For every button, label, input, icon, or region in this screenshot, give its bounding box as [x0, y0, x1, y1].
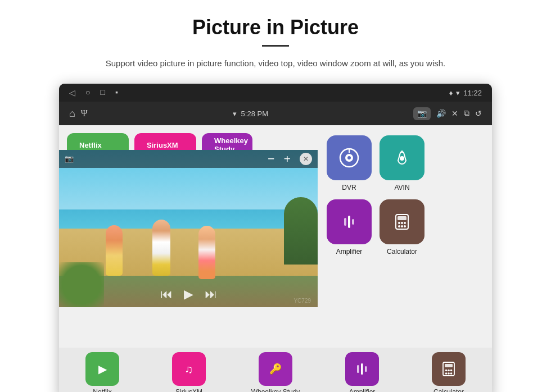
svg-point-15 — [401, 225, 403, 227]
window-icon[interactable]: ⧉ — [464, 109, 469, 118]
svg-rect-8 — [352, 219, 354, 225]
svg-rect-6 — [344, 218, 346, 226]
toolbar-home-icon[interactable]: ⌂ — [69, 108, 75, 120]
bottom-netflix-label: Netflix — [93, 388, 111, 392]
svg-rect-7 — [348, 216, 350, 228]
bottom-amplifier-label: Amplifier — [349, 388, 376, 392]
bottom-wheelkey[interactable]: 🔑 Wheelkey Study — [232, 352, 319, 392]
svg-rect-21 — [445, 364, 453, 367]
svg-point-25 — [445, 372, 448, 375]
pip-plus-btn[interactable]: + — [283, 152, 291, 166]
pip-close-btn[interactable]: ✕ — [300, 153, 312, 165]
svg-rect-10 — [398, 216, 407, 220]
bottom-siriusxm[interactable]: ♫ SiriusXM — [146, 352, 232, 392]
app-toolbar: ⌂ Ψ ▾ 5:28 PM 📷 🔊 ✕ ⧉ ↺ — [59, 102, 492, 125]
pip-camera-icon: 📷 — [65, 154, 74, 163]
toolbar-right: 📷 🔊 ✕ ⧉ ↺ — [413, 107, 482, 120]
wifi-signal-icon: ▾ — [456, 89, 460, 97]
close-icon[interactable]: ✕ — [451, 109, 458, 118]
svg-rect-17 — [357, 365, 359, 373]
back-nav-icon[interactable]: ◁ — [69, 88, 75, 98]
svg-point-23 — [448, 370, 450, 372]
bottom-calculator-icon — [432, 352, 466, 386]
amplifier-icon — [327, 199, 372, 244]
amplifier-label: Amplifier — [336, 248, 363, 256]
status-time: 11:22 — [463, 89, 482, 97]
app-row-1: DVR AVIN — [327, 135, 483, 192]
device-frame: ◁ ○ □ ▪ ♦ ▾ 11:22 ⌂ Ψ ▾ 5:28 PM 📷 — [59, 84, 492, 392]
toolbar-usb-icon: Ψ — [81, 108, 88, 118]
page-subtitle: Support video picture in picture functio… — [106, 57, 445, 70]
toolbar-center: ▾ 5:28 PM — [233, 110, 268, 118]
pip-overlay-bar: 📷 − + ✕ — [59, 150, 318, 168]
toolbar-left: ⌂ Ψ — [69, 108, 88, 120]
pip-prev-btn[interactable]: ⏮ — [160, 287, 173, 302]
page-title: Picture in Picture — [192, 16, 359, 39]
bottom-amplifier[interactable]: Amplifier — [319, 352, 405, 392]
calculator-icon — [380, 199, 424, 244]
back-icon[interactable]: ↺ — [475, 109, 482, 118]
bottom-netflix[interactable]: ▶ Netflix — [59, 352, 146, 392]
svg-point-4 — [400, 156, 404, 161]
svg-point-11 — [398, 222, 400, 224]
recents-nav-icon[interactable]: □ — [100, 88, 105, 97]
bottom-amplifier-icon — [345, 352, 379, 386]
menu-nav-icon[interactable]: ▪ — [115, 88, 118, 97]
svg-rect-18 — [361, 363, 363, 375]
app-amplifier[interactable]: Amplifier — [327, 199, 372, 256]
dvr-label: DVR — [342, 184, 356, 192]
pip-container: Netflix SiriusXM Wheelkey Study — [59, 125, 318, 348]
svg-point-12 — [401, 222, 403, 224]
svg-point-22 — [445, 370, 448, 372]
svg-rect-19 — [365, 366, 367, 372]
pip-playback: ⏮ ▶ ⏭ — [59, 287, 318, 302]
svg-point-27 — [450, 372, 453, 375]
calculator-label: Calculator — [387, 248, 417, 256]
bottom-calculator[interactable]: Calculator — [405, 352, 492, 392]
avin-icon — [380, 135, 424, 180]
main-content: Netflix SiriusXM Wheelkey Study — [59, 125, 492, 348]
pip-play-btn[interactable]: ▶ — [184, 287, 193, 302]
app-dvr[interactable]: DVR — [327, 135, 372, 192]
avin-label: AVIN — [394, 184, 409, 192]
volume-icon[interactable]: 🔊 — [436, 109, 446, 118]
pip-window: 📷 − + ✕ ⏮ ▶ ⏭ YC729 — [59, 150, 318, 307]
svg-point-16 — [404, 225, 406, 227]
svg-point-2 — [347, 156, 351, 159]
bottom-labels: ▶ Netflix ♫ SiriusXM 🔑 Wheelkey Study — [59, 348, 492, 392]
svg-point-24 — [450, 370, 453, 372]
toolbar-time: 5:28 PM — [241, 110, 268, 118]
svg-point-13 — [404, 222, 406, 224]
app-calculator[interactable]: Calculator — [380, 199, 424, 256]
home-nav-icon[interactable]: ○ — [85, 88, 90, 97]
bottom-netflix-icon: ▶ — [85, 352, 119, 386]
toolbar-wifi-icon: ▾ — [233, 110, 237, 118]
svg-point-14 — [398, 225, 400, 227]
camera-button[interactable]: 📷 — [413, 107, 431, 120]
pip-minus-btn[interactable]: − — [268, 152, 275, 166]
status-bar-right: ♦ ▾ 11:22 — [449, 89, 482, 97]
apps-area: DVR AVIN — [318, 125, 492, 348]
svg-point-26 — [448, 372, 450, 375]
bottom-calculator-label: Calculator — [433, 388, 464, 392]
pip-next-btn[interactable]: ⏭ — [205, 287, 217, 302]
title-divider — [262, 45, 289, 47]
location-icon: ♦ — [449, 89, 453, 97]
dvr-icon — [327, 135, 372, 180]
status-bar-left: ◁ ○ □ ▪ — [69, 88, 118, 98]
status-bar: ◁ ○ □ ▪ ♦ ▾ 11:22 — [59, 84, 492, 102]
bottom-wheelkey-icon: 🔑 — [259, 352, 292, 386]
bottom-siriusxm-icon: ♫ — [172, 352, 206, 386]
app-row-2: Amplifier — [327, 199, 483, 256]
bottom-siriusxm-label: SiriusXM — [175, 388, 202, 392]
app-avin[interactable]: AVIN — [380, 135, 424, 192]
bottom-wheelkey-label: Wheelkey Study — [251, 388, 300, 392]
